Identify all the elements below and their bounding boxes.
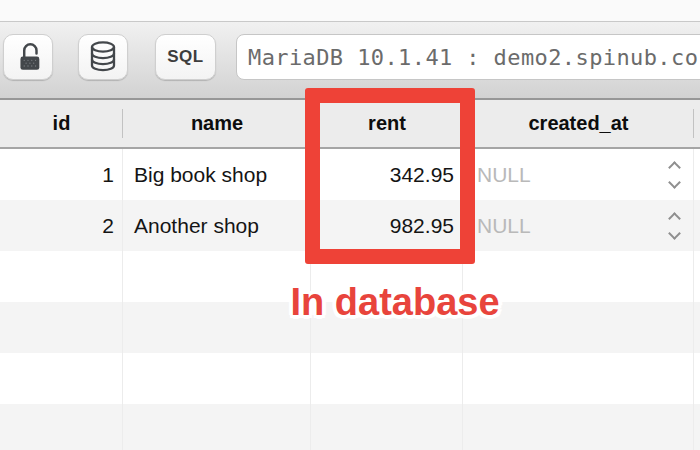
window-top-strip (0, 0, 700, 22)
table-row-empty (0, 404, 700, 450)
null-value: NULL (477, 214, 531, 238)
database-button[interactable] (78, 34, 128, 80)
table-header-row: id name rent created_at (0, 98, 700, 149)
chevron-up-icon (668, 212, 681, 225)
cell-empty (463, 302, 694, 353)
null-value: NULL (477, 163, 531, 187)
cell-empty (123, 302, 311, 353)
column-header-created-at[interactable]: created_at (463, 100, 694, 147)
column-header-filler (694, 100, 700, 147)
cell-empty (311, 251, 463, 302)
table-row-empty (0, 251, 700, 302)
cell-created-at[interactable]: NULL (463, 149, 694, 200)
cell-empty (0, 251, 123, 302)
cell-empty (694, 353, 700, 404)
cell-filler (694, 200, 700, 251)
cell-empty (123, 251, 311, 302)
toolbar: SQL MariaDB 10.1.41 : demo2.spinub.co (0, 22, 700, 98)
cell-empty (694, 251, 700, 302)
cell-empty (0, 302, 123, 353)
table-row-empty (0, 302, 700, 353)
cell-created-at[interactable]: NULL (463, 200, 694, 251)
unlock-button[interactable] (3, 34, 53, 80)
chevron-down-icon (668, 176, 681, 189)
column-header-id[interactable]: id (0, 100, 123, 147)
table-row-empty (0, 353, 700, 404)
sql-button[interactable]: SQL (155, 34, 216, 80)
cell-filler (694, 149, 700, 200)
connection-text: MariaDB 10.1.41 : demo2.spinub.co (237, 45, 698, 70)
cell-rent[interactable]: 342.95 (311, 149, 463, 200)
cell-empty (0, 404, 123, 450)
datetime-stepper[interactable] (665, 149, 683, 200)
cell-id[interactable]: 2 (0, 200, 123, 251)
chevron-up-icon (668, 161, 681, 174)
column-header-name[interactable]: name (123, 100, 311, 147)
unlock-icon (11, 40, 45, 74)
column-header-rent[interactable]: rent (311, 100, 463, 147)
cell-empty (0, 353, 123, 404)
cell-empty (311, 404, 463, 450)
cell-empty (311, 302, 463, 353)
cell-empty (463, 404, 694, 450)
connection-field[interactable]: MariaDB 10.1.41 : demo2.spinub.co (236, 34, 700, 80)
chevron-down-icon (668, 227, 681, 240)
datetime-stepper[interactable] (665, 200, 683, 251)
cell-rent[interactable]: 982.95 (311, 200, 463, 251)
sql-button-label: SQL (167, 47, 203, 67)
results-table: id name rent created_at 1 Big book shop … (0, 98, 700, 450)
cell-empty (123, 404, 311, 450)
cell-empty (463, 353, 694, 404)
cell-id[interactable]: 1 (0, 149, 123, 200)
cell-name[interactable]: Big book shop (123, 149, 311, 200)
cell-empty (123, 353, 311, 404)
cell-name[interactable]: Another shop (123, 200, 311, 251)
cell-empty (694, 302, 700, 353)
database-icon (85, 38, 121, 76)
table-row: 2 Another shop 982.95 NULL (0, 200, 700, 251)
table-row: 1 Big book shop 342.95 NULL (0, 149, 700, 200)
cell-empty (311, 353, 463, 404)
cell-empty (694, 404, 700, 450)
cell-empty (463, 251, 694, 302)
